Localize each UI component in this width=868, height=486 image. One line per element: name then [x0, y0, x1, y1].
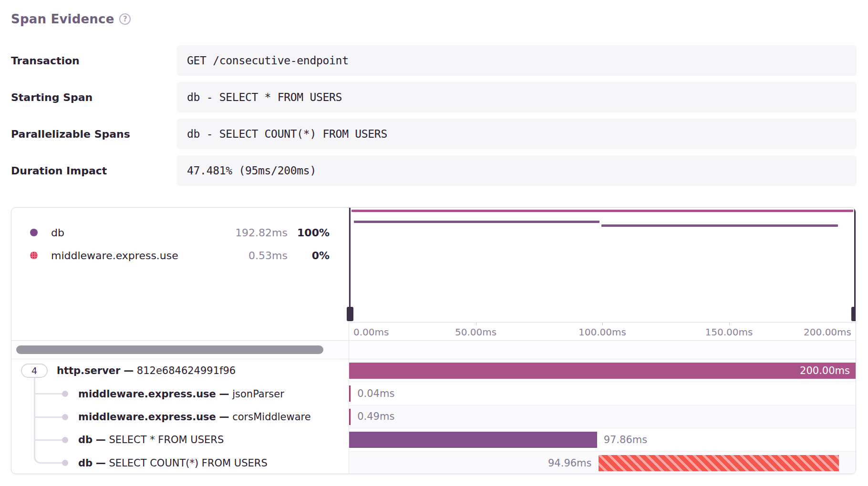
span-duration-label: 0.04ms — [357, 388, 394, 399]
help-icon[interactable]: ? — [119, 13, 131, 25]
span-bar-cors-middleware[interactable] — [349, 409, 351, 425]
span-bar-json-parser[interactable] — [349, 385, 351, 402]
waterfall-cell: 97.86ms — [349, 428, 856, 451]
span-op: db — [78, 457, 93, 469]
separator: — — [124, 365, 134, 376]
legend-item-db[interactable]: db 192.82ms 100% — [11, 221, 349, 244]
axis-label: 200.00ms — [804, 326, 851, 338]
section-header: Span Evidence ? — [11, 10, 857, 28]
separator: — — [96, 434, 106, 446]
separator: — — [219, 411, 229, 423]
span-description: jsonParser — [232, 388, 284, 400]
span-row-db-select[interactable]: db — SELECT * FROM USERS 97.86ms — [11, 428, 856, 451]
span-count-badge[interactable]: 4 — [21, 364, 48, 378]
waterfall-cell: 0.49ms — [349, 405, 856, 428]
minimap-left-boundary — [349, 208, 351, 321]
field-row-starting-span: Starting Span db - SELECT * FROM USERS — [11, 82, 857, 112]
minimap-span-http-server — [351, 210, 853, 212]
legend-name: middleware.express.use — [51, 250, 178, 262]
minimap-left-drag-handle[interactable] — [347, 307, 353, 321]
axis-label: 150.00ms — [705, 326, 753, 338]
field-value: db - SELECT COUNT(*) FROM USERS — [177, 119, 857, 149]
span-description: SELECT * FROM USERS — [109, 434, 224, 446]
span-op: db — [78, 434, 93, 446]
minimap-span-db-count — [601, 224, 838, 227]
minimap-right-drag-handle[interactable] — [851, 307, 856, 321]
field-row-duration-impact: Duration Impact 47.481% (95ms/200ms) — [11, 155, 857, 186]
field-row-parallelizable-spans: Parallelizable Spans db - SELECT COUNT(*… — [11, 119, 857, 149]
field-label: Starting Span — [11, 91, 177, 103]
waterfall-cell: 0.04ms — [349, 382, 856, 405]
span-op: middleware.express.use — [78, 411, 216, 423]
span-bar-http-server[interactable]: 200.00ms — [349, 363, 856, 379]
field-value: GET /consecutive-endpoint — [177, 45, 857, 76]
legend-name: db — [51, 227, 64, 239]
scrollbar-track[interactable] — [11, 341, 349, 359]
axis-tick — [729, 323, 730, 325]
separator: — — [219, 388, 229, 400]
legend-percent: 100% — [288, 227, 349, 239]
minimap: 0.00ms 50.00ms 100.00ms 150.00ms 200.00m… — [349, 208, 856, 340]
span-row-http-server[interactable]: 4 http.server — 812e684624991f96 200.00m… — [11, 359, 856, 382]
span-bar-db-select[interactable] — [349, 432, 597, 448]
field-label: Parallelizable Spans — [11, 128, 177, 140]
legend-item-middleware[interactable]: middleware.express.use 0.53ms 0% — [11, 244, 349, 267]
minimap-right-boundary — [854, 208, 856, 321]
time-axis: 0.00ms 50.00ms 100.00ms 150.00ms 200.00m… — [349, 322, 856, 341]
legend-swatch-db-icon — [30, 229, 38, 236]
span-row-json-parser[interactable]: middleware.express.use — jsonParser 0.04… — [11, 382, 856, 405]
axis-tick — [476, 323, 476, 325]
field-value: db - SELECT * FROM USERS — [177, 82, 857, 112]
span-op: http.server — [57, 365, 120, 376]
waterfall-cell: 200.00ms — [349, 359, 856, 382]
legend-duration: 0.53ms — [178, 250, 288, 262]
page-title: Span Evidence — [11, 12, 114, 26]
span-description: 812e684624991f96 — [137, 365, 236, 376]
field-label: Duration Impact — [11, 165, 177, 177]
span-description: corsMiddleware — [232, 411, 310, 423]
span-duration-label: 0.49ms — [357, 411, 394, 422]
minimap-span-db-select — [354, 221, 599, 223]
legend-duration: 192.82ms — [64, 227, 288, 239]
axis-label: 0.00ms — [353, 326, 389, 338]
axis-label: 100.00ms — [579, 326, 626, 338]
span-waterfall-panel: db 192.82ms 100% middleware.express.use … — [11, 207, 856, 474]
chart-legend: db 192.82ms 100% middleware.express.use … — [11, 208, 349, 340]
axis-label: 50.00ms — [455, 326, 496, 338]
span-duration-label: 200.00ms — [800, 363, 850, 379]
span-op: middleware.express.use — [78, 388, 216, 400]
span-duration-label: 97.86ms — [604, 434, 648, 446]
span-row-db-count[interactable]: db — SELECT COUNT(*) FROM USERS 94.96ms — [11, 452, 856, 474]
scrollbar-row-spacer — [349, 341, 856, 359]
axis-tick — [602, 323, 603, 325]
minimap-track — [351, 208, 853, 322]
span-description: SELECT COUNT(*) FROM USERS — [109, 457, 267, 469]
span-bar-db-count-offender[interactable] — [599, 455, 839, 471]
waterfall-cell: 94.96ms — [349, 452, 856, 474]
scrollbar-row — [11, 340, 856, 359]
field-row-transaction: Transaction GET /consecutive-endpoint — [11, 45, 857, 76]
span-duration-label: 94.96ms — [548, 457, 592, 469]
field-label: Transaction — [11, 55, 177, 67]
span-tree: 4 http.server — 812e684624991f96 200.00m… — [11, 359, 856, 474]
legend-swatch-middleware-icon — [30, 252, 38, 259]
span-row-cors-middleware[interactable]: middleware.express.use — corsMiddleware … — [11, 405, 856, 428]
separator: — — [96, 457, 106, 469]
scrollbar-thumb[interactable] — [16, 345, 323, 354]
legend-percent: 0% — [288, 250, 349, 262]
minimap-plot[interactable] — [349, 208, 856, 322]
field-value: 47.481% (95ms/200ms) — [177, 155, 857, 186]
